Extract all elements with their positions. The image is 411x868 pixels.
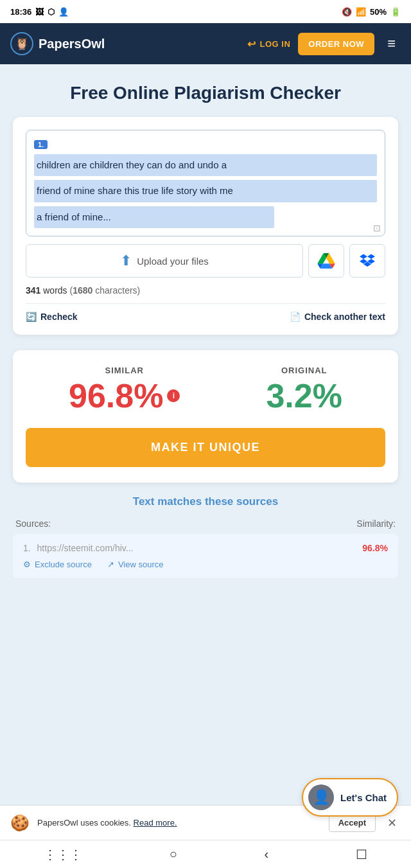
resize-handle: ⊡ [373,223,381,233]
check-another-label: Check another text [304,312,385,322]
chat-avatar: 👤 [308,784,334,810]
person-icon: 👤 [58,7,69,17]
cookie-text: PapersOwl uses cookies. Read more. [37,818,321,828]
logo-icon: 🦉 [10,32,33,55]
sources-section: Text matches these sources Sources: Simi… [13,495,398,591]
make-unique-button[interactable]: MAKE IT UNIQUE [26,428,385,467]
sources-heading: Text matches these sources [13,495,398,508]
word-label: words [43,285,67,296]
source-url-row: 1. https://steemit.com/hiv... 96.8% [23,543,388,553]
original-stat: ORIGINAL 3.2% [266,366,342,412]
char-label: characters) [95,285,140,296]
status-bar: 18:36 🖼 ⬡ 👤 🔇 📶 50% 🔋 [0,0,411,23]
gem-icon: ⬡ [48,7,55,17]
recheck-icon: 🔄 [26,312,37,322]
text-line-1: children are children they can do and un… [34,154,377,177]
upload-row: ⬆ Upload your files [26,244,385,278]
login-label: LOG IN [260,39,291,49]
original-label: ORIGINAL [266,366,342,375]
sources-label: Sources: [15,518,51,529]
google-drive-icon [317,253,335,269]
check-another-button[interactable]: 📄 Check another text [290,312,385,322]
order-now-button[interactable]: ORDER NOW [298,33,374,55]
dropbox-button[interactable] [349,244,385,278]
nav-apps-button[interactable]: ☐ [343,844,380,865]
similarity-label: Similarity: [356,518,396,529]
bottom-nav: ⋮⋮⋮ ○ ‹ ☐ [0,840,411,868]
upload-cloud-icon: ⬆ [120,252,132,269]
nav-home-button[interactable]: ○ [157,844,190,864]
exclude-label: Exclude source [35,560,92,569]
upload-label: Upload your files [137,256,209,267]
cookie-icon: 🍪 [10,814,30,832]
google-drive-button[interactable] [308,244,344,278]
mute-icon: 🔇 [342,7,352,17]
upload-files-button[interactable]: ⬆ Upload your files [26,244,303,278]
info-icon[interactable]: i [167,389,180,402]
recheck-button[interactable]: 🔄 Recheck [26,312,78,322]
word-count-number: 341 [26,285,40,296]
notification-icon: 🖼 [35,7,44,17]
text-line-3: a friend of mine... [34,206,274,229]
exclude-icon: ⚙ [23,560,31,569]
chat-label: Let's Chat [340,792,387,803]
char-count-number: 1680 [73,285,92,296]
results-section: SIMILAR 96.8% i ORIGINAL 3.2% MAKE IT UN… [13,350,398,483]
main-content: Free Online Plagiarism Checker 1. childr… [0,64,411,604]
nav-recents-button[interactable]: ‹ [252,844,282,864]
char-count: (1680 characters) [70,285,141,296]
check-another-icon: 📄 [290,312,301,322]
source-url: 1. https://steemit.com/hiv... [23,543,137,553]
stats-row: SIMILAR 96.8% i ORIGINAL 3.2% [26,366,385,412]
similar-stat: SIMILAR 96.8% i [69,366,180,412]
order-label: ORDER NOW [308,39,364,49]
chat-widget[interactable]: 👤 Let's Chat [302,778,398,817]
action-row: 🔄 Recheck 📄 Check another text [26,312,385,322]
page-title: Free Online Plagiarism Checker [13,82,398,104]
word-count: 341 words (1680 characters) [26,285,385,304]
nav-back-button[interactable]: ⋮⋮⋮ [31,844,95,865]
dropbox-icon [359,253,376,269]
source-url-text: https://steemit.com/hiv... [37,543,134,553]
login-button[interactable]: ↩ LOG IN [247,38,290,50]
line-number: 1. [34,140,48,149]
battery-icon: 🔋 [390,7,401,17]
text-area-container[interactable]: 1. children are children they can do and… [26,130,385,237]
source-actions: ⚙ Exclude source ↗ View source [23,560,388,569]
similar-label: SIMILAR [69,366,180,375]
text-line-2: friend of mine share this true life stor… [34,180,377,202]
cookie-message: PapersOwl uses cookies. [37,818,131,828]
cookie-close-button[interactable]: ✕ [383,815,401,831]
logo-area: 🦉 PapersOwl [10,32,240,55]
login-arrow-icon: ↩ [247,38,256,50]
view-icon: ↗ [107,560,114,569]
source-item: 1. https://steemit.com/hiv... 96.8% ⚙ Ex… [13,534,398,578]
sources-header-row: Sources: Similarity: [13,518,398,529]
view-label: View source [118,560,164,569]
status-left: 18:36 🖼 ⬡ 👤 [10,7,69,17]
source-similarity: 96.8% [362,543,388,553]
similar-value: 96.8% i [69,379,180,412]
similar-percentage: 96.8% [69,379,163,412]
hamburger-menu-button[interactable]: ≡ [382,33,401,55]
wifi-icon: 📶 [356,7,366,17]
source-number: 1. [23,543,31,553]
exclude-source-button[interactable]: ⚙ Exclude source [23,560,92,569]
recheck-label: Recheck [40,312,78,322]
navbar: 🦉 PapersOwl ↩ LOG IN ORDER NOW ≡ [0,23,411,64]
cookie-read-more-link[interactable]: Read more. [134,818,177,828]
view-source-button[interactable]: ↗ View source [107,560,164,569]
checker-card: 1. children are children they can do and… [13,117,398,335]
status-right: 🔇 📶 50% 🔋 [342,7,401,17]
original-value: 3.2% [266,379,342,412]
time: 18:36 [10,7,31,17]
battery-text: 50% [370,7,387,17]
logo-text: PapersOwl [39,37,105,51]
